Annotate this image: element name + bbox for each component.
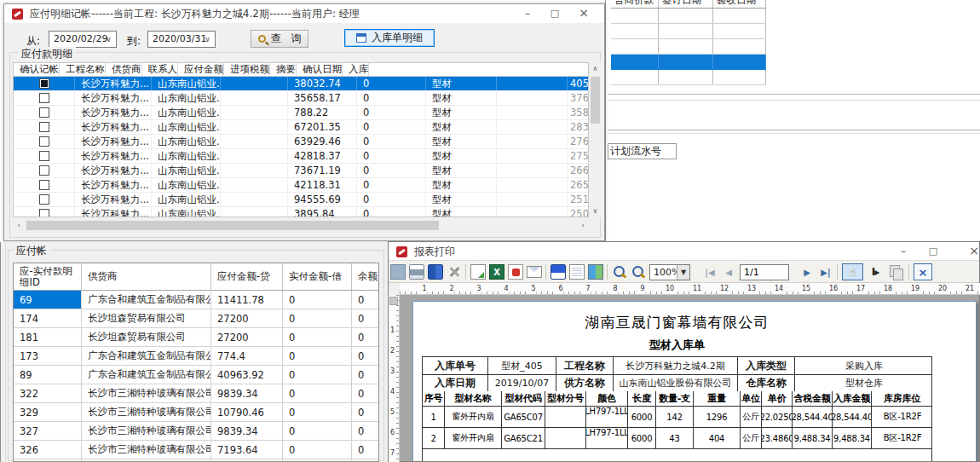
minimize-button[interactable]: – — [516, 6, 539, 21]
table-row[interactable]: 322长沙市三湘特种玻璃有限公司9839.3400 — [14, 384, 378, 403]
column-header[interactable]: 确认日期 — [297, 63, 343, 76]
table-row[interactable]: 长沙万科魅力...山东南山铝业...3895.840型材250 — [14, 207, 589, 217]
checkbox-unchecked[interactable] — [39, 136, 49, 147]
export-icon[interactable] — [470, 264, 486, 280]
table-row[interactable]: 174长沙坦森贸易有限公司2720000 — [14, 309, 378, 328]
column-header[interactable]: 余额 — [352, 263, 379, 290]
checkbox-unchecked[interactable] — [39, 180, 49, 190]
table-row[interactable]: 69广东合和建筑五金制品有限公司11411.7800 — [14, 291, 378, 309]
table-row[interactable] — [611, 24, 766, 39]
zoom-level-select[interactable]: 100%▼ — [649, 264, 690, 280]
inbound-detail-button[interactable]: 入库单明细 — [344, 29, 435, 47]
table-row[interactable]: 327长沙市三湘特种玻璃有限公司9839.3400 — [14, 422, 378, 441]
printer-icon[interactable] — [409, 264, 424, 280]
table-row[interactable] — [611, 39, 766, 55]
table-row[interactable] — [611, 70, 766, 85]
zoom-in-icon[interactable] — [612, 264, 627, 280]
book-icon[interactable] — [428, 264, 443, 280]
hand-tool-icon[interactable]: ☝ — [842, 263, 863, 280]
table-row-selected[interactable] — [611, 55, 766, 70]
table-cell — [14, 149, 75, 163]
table-row[interactable]: 长沙万科魅力...山东南山铝业...63929.460型材276 — [14, 135, 589, 149]
column-header[interactable]: 应付金额-贷 — [211, 263, 283, 290]
checkbox-checked[interactable] — [39, 78, 49, 89]
scrollbar-thumb[interactable] — [26, 221, 439, 230]
checkbox-unchecked[interactable] — [39, 93, 49, 103]
column-header[interactable]: 供货商 — [106, 63, 142, 76]
table-row[interactable]: 长沙万科魅力...山东南山铝业...67201.350型材283 — [14, 120, 589, 135]
table-row[interactable]: 173广东合和建筑五金制品有限公司774.400 — [14, 347, 378, 366]
maximize-button[interactable]: □ — [543, 6, 567, 21]
checkbox-unchecked[interactable] — [39, 151, 49, 161]
titlebar[interactable]: 应付明细记帐------当前工程: 长沙万科魅力之城4.2期------当前用户… — [4, 4, 604, 23]
checkbox-unchecked[interactable] — [39, 107, 49, 118]
table-cell: 40963.92 — [211, 366, 283, 384]
table-row[interactable]: 长沙万科魅力...山东南山铝业...35658.170型材376 — [14, 91, 589, 106]
chevron-down-icon[interactable]: ∨ — [101, 32, 116, 47]
table-row[interactable]: 长沙万科魅力...山东南山铝业...42818.370型材275 — [14, 149, 589, 164]
first-page-icon[interactable]: |◀ — [702, 264, 718, 280]
table-row[interactable]: 长沙万科魅力...山东南山铝业...38032.740型材405 — [14, 77, 589, 91]
column-header[interactable]: 确认记帐 — [14, 63, 60, 76]
checkbox-unchecked[interactable] — [39, 122, 49, 132]
table-row[interactable] — [611, 9, 766, 24]
close-button[interactable]: × — [962, 244, 980, 259]
checkbox-unchecked[interactable] — [39, 194, 49, 205]
scroll-left-arrow[interactable]: ‹ — [13, 219, 25, 232]
table-cell: 0 — [357, 120, 426, 134]
chevron-down-icon[interactable]: ∨ — [200, 32, 215, 47]
excel-export-icon[interactable]: X — [489, 264, 504, 280]
from-date-select[interactable]: 2020/02/29∨ — [49, 31, 117, 48]
table-row[interactable]: 181长沙坦森贸易有限公司2720000 — [14, 328, 378, 347]
prev-page-icon[interactable]: ◀ — [721, 264, 736, 280]
column-header[interactable]: 联系人 — [142, 63, 179, 76]
panel-icon[interactable] — [390, 264, 406, 280]
table-cell: 10790.46 — [211, 403, 283, 421]
zoom-out-icon[interactable] — [631, 264, 646, 280]
tools-icon[interactable] — [447, 264, 462, 280]
checkbox-unchecked[interactable] — [39, 209, 49, 217]
table-cell — [497, 77, 568, 90]
column-header: 型材代码 — [502, 391, 545, 406]
mail-icon[interactable] — [527, 266, 542, 278]
table-row[interactable]: 326长沙市三湘特种玻璃有限公司7193.6400 — [14, 441, 378, 459]
table-row[interactable]: 长沙万科魅力...山东南山铝业...42118.310型材265 — [14, 178, 589, 193]
document-icon[interactable] — [569, 264, 585, 280]
table-row[interactable]: 长沙万科魅力...山东南山铝业...788.220型材358 — [14, 106, 589, 120]
table-row[interactable]: 长沙万科魅力...山东南山铝业...94555.690型材251 — [14, 193, 589, 207]
info-value: 采购入库 — [795, 357, 933, 374]
column-header[interactable]: 进项税额 — [224, 63, 270, 76]
column-header[interactable]: 工程名称 — [60, 63, 106, 76]
scroll-up-arrow[interactable]: ∧ — [589, 62, 602, 75]
scroll-right-arrow[interactable]: › — [577, 219, 589, 232]
last-page-icon[interactable]: ▶| — [818, 264, 833, 280]
table-cell: 11411.78 — [211, 291, 283, 309]
copy-icon[interactable] — [888, 264, 903, 280]
query-button[interactable]: 查 询 — [251, 30, 308, 48]
pdf-export-icon[interactable] — [508, 264, 523, 280]
column-header[interactable]: 摘要 — [270, 63, 297, 76]
column-header[interactable]: 入库 — [343, 63, 369, 76]
to-date-select[interactable]: 2020/03/31∨ — [147, 31, 216, 48]
close-preview-icon[interactable]: × — [914, 263, 932, 280]
table-row[interactable]: 长沙万科魅力...山东南山铝业...73671.190型材266 — [14, 164, 589, 178]
column-header[interactable]: 应-实付款明细ID — [14, 263, 82, 290]
minimize-button[interactable]: – — [891, 244, 915, 259]
save-icon[interactable] — [551, 264, 566, 280]
preview-area[interactable]: 湖南亘晟门窗幕墙有限公司 型材入库单 入库单号 型材_405 工程名称 长沙万科… — [400, 295, 979, 461]
next-page-icon[interactable]: ▶ — [799, 264, 815, 280]
text-select-icon[interactable]: I▸ — [868, 264, 883, 280]
close-button[interactable]: × — [572, 6, 596, 21]
checkbox-unchecked[interactable] — [39, 165, 49, 176]
maximize-button[interactable]: □ — [921, 244, 945, 259]
column-header[interactable]: 实付金额-借 — [283, 263, 352, 290]
scrollbar-thumb[interactable] — [591, 77, 600, 124]
column-header[interactable]: 应付金额 — [178, 63, 224, 76]
table-row[interactable]: 89广东合和建筑五金制品有限公司40963.9200 — [14, 366, 378, 384]
page-number-input[interactable] — [740, 264, 789, 280]
grid-view-icon[interactable] — [588, 264, 603, 280]
column-header[interactable]: 供货商 — [82, 263, 211, 290]
table-row[interactable]: 329长沙市三湘特种玻璃有限公司10790.4600 — [14, 403, 378, 422]
chevron-down-icon[interactable]: ▼ — [677, 265, 689, 280]
scroll-down-arrow[interactable]: ∨ — [589, 205, 602, 217]
